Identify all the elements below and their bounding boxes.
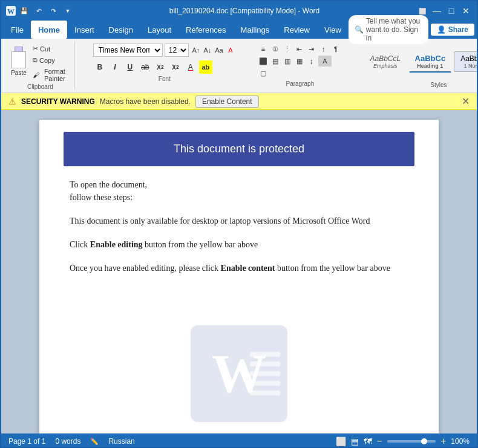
minimize-button[interactable]: — [431,5,443,17]
menu-home[interactable]: Home [31,21,67,39]
font-bottom-row: B I U ab X2 X2 A ab [93,60,236,74]
justify-button[interactable]: ▦ [294,56,305,67]
decrease-font-size-button[interactable]: A↓ [202,45,213,56]
security-bar: ⚠ SECURITY WARNING Macros have been disa… [1,93,477,110]
zoom-plus-button[interactable]: + [440,436,446,447]
bullets-button[interactable]: ≡ [258,44,269,54]
styles-group-label: Styles [364,82,478,89]
subscript-button[interactable]: X2 [154,60,167,74]
filename-label: bill_20190204.doc [Compatibility Mode] -… [169,7,320,15]
tell-me-search[interactable]: 🔍 Tell me what you want to do. Sign in [349,15,428,44]
undo-icon[interactable]: ↶ [34,6,44,16]
document-page: W This document is protected To open the… [39,120,439,433]
format-painter-button[interactable]: 🖌 Format Painter [30,67,71,83]
styles-group: AaBbCcL Emphasis AaBbCc Heading 1 AaBbCc… [361,41,478,91]
page-info: Page 1 of 1 [8,437,45,446]
shading-button[interactable]: A [318,56,332,67]
underline-button[interactable]: U [123,60,137,74]
font-group: Times New Roman 12 A↑ A↓ Aa A B I U ab X… [90,41,240,85]
redo-icon[interactable]: ↷ [48,6,58,16]
security-close-button[interactable]: ✕ [462,96,470,107]
menu-insert[interactable]: Insert [67,21,102,39]
paragraph-1: To open the document,follow these steps: [70,178,408,204]
highlight-button[interactable]: ab [199,60,212,74]
normal-label: 1 Normal [459,63,478,69]
text-color-button[interactable]: A [184,60,197,74]
font-name-select[interactable]: Times New Roman [93,44,163,57]
font-top-row: Times New Roman 12 A↑ A↓ Aa A [93,44,236,57]
paragraph-3: Click Enable editing button from the yel… [70,238,408,251]
save-icon[interactable]: 💾 [19,6,29,16]
share-icon: 👤 [437,25,446,34]
menu-view[interactable]: View [317,21,349,39]
word-background-icon: W [191,325,287,422]
bold-button[interactable]: B [93,60,106,74]
paste-button[interactable]: Paste [10,44,28,79]
status-layout-icon-1[interactable]: ⬜ [336,437,346,446]
superscript-button[interactable]: X2 [169,60,182,74]
window-controls: ⬜ — □ ✕ [416,5,472,17]
security-warning-bold: SECURITY WARNING [21,97,95,106]
protected-title: This document is protected [174,143,304,155]
menu-layout[interactable]: Layout [140,21,178,39]
align-center-button[interactable]: ▤ [270,56,281,67]
style-emphasis[interactable]: AaBbCcL Emphasis [364,51,407,72]
edit-icon: ✏️ [90,438,99,446]
heading1-preview: AaBbCc [414,54,446,63]
quick-access-expand-icon[interactable]: ▼ [63,6,73,16]
maximize-button[interactable]: □ [445,5,457,17]
multilevel-list-button[interactable]: ⋮ [282,44,293,54]
styles-row: AaBbCcL Emphasis AaBbCc Heading 1 AaBbCc… [364,44,478,80]
menu-mailings[interactable]: Mailings [234,21,277,39]
strikethrough-button[interactable]: ab [139,60,152,74]
protected-header: This document is protected [64,132,414,166]
share-button[interactable]: 👤 Share [431,24,474,36]
emphasis-label: Emphasis [370,63,401,69]
font-size-select[interactable]: 12 [165,44,189,57]
heading1-label: Heading 1 [414,63,446,69]
cut-label: Cut [40,45,50,53]
quick-access-toolbar: 💾 ↶ ↷ ▼ [19,6,73,16]
clipboard-label: Clipboard [27,83,53,91]
language: Russian [108,437,134,446]
menu-references[interactable]: References [178,21,233,39]
status-layout-icon-3[interactable]: 🗺 [364,437,372,446]
sort-button[interactable]: ↕ [318,44,329,54]
show-formatting-button[interactable]: ¶ [330,44,341,54]
style-normal[interactable]: AaBbCcI 1 Normal [454,51,478,72]
menu-design[interactable]: Design [102,21,140,39]
align-right-button[interactable]: ▥ [282,56,293,67]
align-left-button[interactable]: ⬛ [258,56,269,67]
numbering-button[interactable]: ① [270,44,281,54]
zoom-thumb [421,438,427,444]
paragraph-group: ≡ ① ⋮ ⇤ ⇥ ↕ ¶ ⬛ ▤ ▥ ▦ ↨ A ▢ Paragraph [254,41,346,89]
decrease-indent-button[interactable]: ⇤ [294,44,305,54]
zoom-minus-button[interactable]: − [377,436,382,447]
font-group-label: Font [93,76,236,83]
borders-button[interactable]: ▢ [258,68,269,79]
emphasis-preview: AaBbCcL [370,54,401,63]
bold-enable-editing: Enable editing [90,240,143,249]
copy-icon: ⧉ [33,56,38,64]
clear-formatting-button[interactable]: A [225,45,236,56]
menu-review[interactable]: Review [277,21,317,39]
close-button[interactable]: ✕ [460,5,472,17]
paragraph-icons: ≡ ① ⋮ ⇤ ⇥ ↕ ¶ ⬛ ▤ ▥ ▦ ↨ A ▢ [258,44,342,79]
zoom-level: 100% [451,437,470,446]
normal-preview: AaBbCcI [459,54,478,63]
zoom-slider[interactable] [387,440,436,443]
copy-button[interactable]: ⧉ Copy [30,55,71,65]
change-case-button[interactable]: Aa [214,45,224,56]
line-spacing-button[interactable]: ↨ [306,56,317,67]
enable-content-button[interactable]: Enable Content [195,96,259,108]
increase-indent-button[interactable]: ⇥ [306,44,317,54]
increase-font-size-button[interactable]: A↑ [191,45,201,56]
italic-button[interactable]: I [108,60,122,74]
word-logo-icon: W [6,6,16,16]
menu-file[interactable]: File [4,21,31,39]
menu-right: 🔍 Tell me what you want to do. Sign in 👤… [349,21,474,39]
status-layout-icon-2[interactable]: ▤ [351,437,359,446]
style-heading1[interactable]: AaBbCc Heading 1 [409,51,451,73]
cut-button[interactable]: ✂ Cut [30,44,71,54]
document-content[interactable]: To open the document,follow these steps:… [39,166,439,297]
